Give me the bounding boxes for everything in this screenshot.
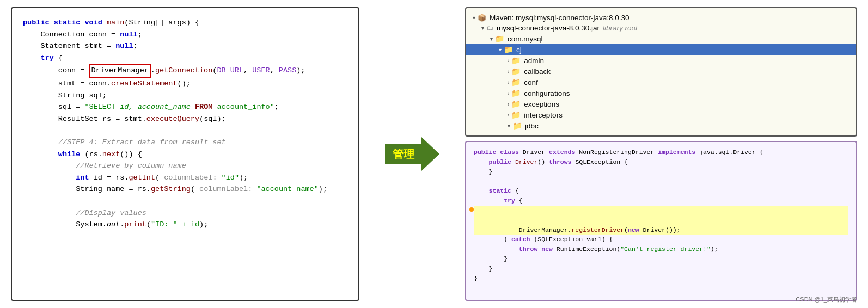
tree-row-admin[interactable]: › 📁 admin	[466, 55, 856, 66]
bc-line-5: static {	[474, 186, 848, 196]
main-container: public static void main(String[] args) {…	[0, 0, 868, 308]
folder-jdbc: 📁	[512, 121, 522, 130]
configurations-label: configurations	[524, 89, 570, 97]
library-root-label: library root	[603, 24, 638, 32]
tree-row-maven[interactable]: ▾ 📦 Maven: mysql:mysql-connector-java:8.…	[466, 13, 856, 23]
tree-row-conf[interactable]: › 📁 conf	[466, 77, 856, 88]
folder-com-mysql: 📁	[495, 34, 504, 43]
code-line-16	[23, 195, 347, 207]
chevron-callback: ›	[508, 69, 509, 75]
folder-admin: 📁	[511, 56, 521, 65]
arrow-shape: 管理	[385, 137, 439, 171]
bc-line-12: }	[474, 274, 848, 284]
callback-label: callback	[524, 67, 551, 76]
code-line-1: public static void main(String[] args) {	[23, 17, 347, 29]
chevron-jdbc: ▾	[508, 123, 510, 129]
chevron-configurations: ›	[508, 90, 509, 96]
chevron-exceptions: ›	[508, 101, 509, 107]
code-line-3: Statement stmt = null;	[23, 40, 347, 52]
bc-line-7: DriverManager.registerDriver(new Driver(…	[474, 206, 848, 235]
tree-row-com-mysql[interactable]: ▾ 📁 com.mysql	[466, 33, 856, 44]
tree-row-interceptors[interactable]: › 📁 interceptors	[466, 109, 856, 120]
maven-label: Maven: mysql:mysql-connector-java:8.0.30	[490, 14, 629, 22]
file-tree: ▾ 📦 Maven: mysql:mysql-connector-java:8.…	[465, 7, 857, 137]
bc-line-2: public Driver() throws SQLException {	[474, 157, 848, 167]
folder-exceptions: 📁	[511, 100, 521, 108]
chevron-icon-jar: ▾	[481, 25, 484, 31]
arrow-container: 管理	[380, 137, 445, 171]
chevron-admin: ›	[508, 58, 509, 64]
tree-row-jar[interactable]: ▾ 🗂 mysql-connector-java-8.0.30.jar libr…	[466, 23, 856, 33]
bc-line-8: } catch (SQLException var1) {	[474, 235, 848, 244]
code-line-6: stmt = conn.createStatement();	[23, 78, 347, 90]
jar-icon: 🗂	[486, 24, 493, 32]
arrow-head	[421, 137, 439, 171]
bc-line-10: }	[474, 254, 848, 264]
bc-line-11: }	[474, 264, 848, 274]
bc-line-6: try {	[474, 196, 848, 206]
interceptors-label: interceptors	[524, 111, 563, 119]
right-panel: ▾ 📦 Maven: mysql:mysql-connector-java:8.…	[465, 7, 857, 301]
folder-configurations: 📁	[511, 89, 521, 97]
tree-row-exceptions[interactable]: › 📁 exceptions	[466, 98, 856, 109]
left-code-panel: public static void main(String[] args) {…	[11, 7, 359, 301]
code-line-9: ResultSet rs = stmt.executeQuery(sql);	[23, 113, 347, 125]
com-mysql-label: com.mysql	[508, 35, 543, 43]
tree-row-cj[interactable]: ▾ 📁 cj	[466, 44, 856, 55]
code-line-12: while (rs.next()) {	[23, 149, 347, 161]
code-line-10	[23, 125, 347, 137]
chevron-cj: ▾	[499, 47, 502, 53]
maven-icon: 📦	[478, 14, 486, 22]
chevron-conf: ›	[508, 79, 509, 85]
chevron-interceptors: ›	[508, 112, 509, 118]
code-line-15: String name = rs.getString( columnLabel:…	[23, 183, 347, 195]
bc-line-4	[474, 176, 848, 186]
code-line-17: //Display values	[23, 207, 347, 219]
folder-conf: 📁	[511, 78, 521, 87]
code-line-5: conn = DriverManager.getConnection(DB_UR…	[23, 64, 347, 78]
watermark: CSDN @1_菜鸟初学者	[796, 295, 857, 304]
cj-label: cj	[516, 46, 522, 54]
folder-cj: 📁	[504, 45, 513, 54]
code-line-7: String sql;	[23, 90, 347, 102]
code-line-13: //Retrieve by column name	[23, 160, 347, 172]
code-line-2: Connection conn = null;	[23, 29, 347, 41]
jdbc-label: jdbc	[525, 122, 539, 130]
admin-label: admin	[524, 57, 544, 65]
bottom-code-panel: public class Driver extends NonRegisteri…	[465, 141, 857, 301]
bc-line-1: public class Driver extends NonRegisteri…	[474, 147, 848, 157]
code-line-11: //STEP 4: Extract data from result set	[23, 137, 347, 149]
tree-row-jdbc[interactable]: ▾ 📁 jdbc	[466, 120, 856, 131]
bc-line-3: }	[474, 167, 848, 177]
conf-label: conf	[524, 78, 538, 87]
code-line-8: sql = "SELECT id, account_name FROM acco…	[23, 101, 347, 113]
code-line-4: try {	[23, 52, 347, 64]
bc-line-9: throw new RuntimeException("Can't regist…	[474, 244, 848, 254]
folder-callback: 📁	[511, 67, 521, 76]
exceptions-label: exceptions	[524, 100, 559, 108]
tree-row-configurations[interactable]: › 📁 configurations	[466, 88, 856, 98]
code-line-14: int id = rs.getInt( columnLabel: "id");	[23, 172, 347, 184]
chevron-icon: ▾	[473, 15, 475, 21]
chevron-com-mysql: ▾	[490, 36, 493, 42]
tree-row-callback[interactable]: › 📁 callback	[466, 66, 856, 77]
arrow-label: 管理	[393, 147, 414, 162]
jar-label: mysql-connector-java-8.0.30.jar	[497, 24, 600, 32]
folder-interceptors: 📁	[511, 110, 521, 119]
code-line-18: System.out.print("ID: " + id);	[23, 219, 347, 231]
